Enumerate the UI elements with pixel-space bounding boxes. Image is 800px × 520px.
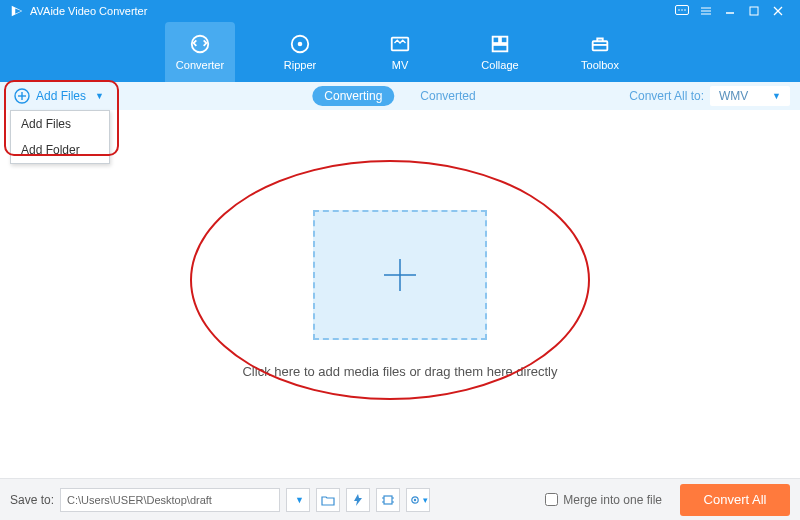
chevron-down-icon: ▾	[423, 495, 428, 505]
nav-label: Collage	[481, 59, 518, 71]
close-icon[interactable]	[766, 2, 790, 20]
workspace: Click here to add media files or drag th…	[0, 110, 800, 478]
svg-rect-18	[501, 37, 507, 43]
toolbox-icon	[589, 33, 611, 55]
settings-button[interactable]: ▾	[406, 488, 430, 512]
ripper-icon	[289, 33, 311, 55]
add-files-label: Add Files	[36, 89, 86, 103]
gpu-button[interactable]	[376, 488, 400, 512]
chevron-down-icon: ▼	[95, 91, 104, 101]
maximize-icon[interactable]	[742, 2, 766, 20]
dropzone-text: Click here to add media files or drag th…	[242, 364, 557, 379]
nav-label: Toolbox	[581, 59, 619, 71]
nav-ripper[interactable]: Ripper	[265, 22, 335, 82]
nav-collage[interactable]: Collage	[465, 22, 535, 82]
convert-all-format-select[interactable]: WMV ▼	[710, 86, 790, 106]
svg-rect-17	[493, 37, 499, 43]
svg-point-15	[298, 42, 303, 47]
open-folder-button[interactable]	[316, 488, 340, 512]
svg-point-34	[414, 498, 416, 500]
mv-icon	[389, 33, 411, 55]
plus-icon	[378, 253, 422, 297]
dropdown-item-add-folder[interactable]: Add Folder	[11, 137, 109, 163]
merge-label: Merge into one file	[563, 493, 662, 507]
app-title: AVAide Video Converter	[30, 5, 147, 17]
collage-icon	[489, 33, 511, 55]
convert-all-to: Convert All to: WMV ▼	[629, 86, 790, 106]
svg-rect-10	[750, 7, 758, 15]
save-path-dropdown[interactable]: ▼	[286, 488, 310, 512]
nav-mv[interactable]: MV	[365, 22, 435, 82]
plus-circle-icon	[14, 88, 30, 104]
merge-checkbox-input[interactable]	[545, 493, 558, 506]
converter-icon	[189, 33, 211, 55]
titlebar: AVAide Video Converter	[0, 0, 800, 22]
convert-all-button[interactable]: Convert All	[680, 484, 790, 516]
svg-point-3	[678, 9, 680, 11]
minimize-icon[interactable]	[718, 2, 742, 20]
sub-bar: Add Files ▼ Converting Converted Convert…	[0, 82, 800, 110]
svg-rect-28	[384, 496, 392, 504]
dropdown-item-add-files[interactable]: Add Files	[11, 111, 109, 137]
status-tabs: Converting Converted	[312, 86, 487, 106]
tab-converting[interactable]: Converting	[312, 86, 394, 106]
chevron-down-icon: ▼	[772, 91, 781, 101]
bottom-bar: Save to: C:\Users\USER\Desktop\draft ▼ ▾…	[0, 478, 800, 520]
svg-marker-27	[354, 494, 362, 506]
add-files-dropdown: Add Files Add Folder	[10, 110, 110, 164]
add-files-button[interactable]: Add Files ▼	[10, 86, 108, 106]
feedback-icon[interactable]	[670, 2, 694, 20]
nav-label: Ripper	[284, 59, 316, 71]
merge-checkbox[interactable]: Merge into one file	[545, 493, 662, 507]
save-to-label: Save to:	[10, 493, 54, 507]
convert-all-value: WMV	[719, 89, 748, 103]
nav-label: Converter	[176, 59, 224, 71]
svg-rect-19	[493, 45, 508, 51]
menu-icon[interactable]	[694, 2, 718, 20]
top-nav: Converter Ripper MV Collage Toolbox	[0, 22, 800, 82]
nav-converter[interactable]: Converter	[165, 22, 235, 82]
svg-point-4	[681, 9, 683, 11]
dropzone[interactable]	[313, 210, 487, 340]
nav-label: MV	[392, 59, 409, 71]
save-path-field[interactable]: C:\Users\USER\Desktop\draft	[60, 488, 280, 512]
chevron-down-icon: ▼	[295, 495, 304, 505]
app-logo-icon	[10, 4, 24, 18]
tab-converted[interactable]: Converted	[408, 86, 487, 106]
high-speed-button[interactable]	[346, 488, 370, 512]
nav-toolbox[interactable]: Toolbox	[565, 22, 635, 82]
convert-all-label: Convert All to:	[629, 89, 704, 103]
svg-point-5	[684, 9, 686, 11]
